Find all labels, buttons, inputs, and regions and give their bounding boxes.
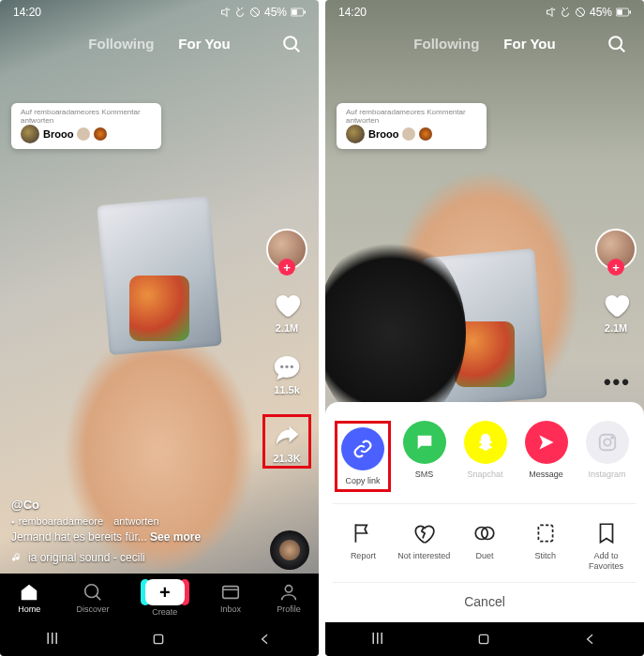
link-icon <box>341 427 384 470</box>
cancel-button[interactable]: Cancel <box>333 582 637 622</box>
share-snapchat[interactable]: Snapchat <box>457 421 513 492</box>
reply-comment-card[interactable]: Auf remboaradameores Kommentar antworten… <box>11 103 161 149</box>
svg-rect-11 <box>154 634 162 643</box>
broken-heart-icon <box>412 521 436 545</box>
stitch-icon <box>533 521 558 545</box>
caption-area: @Co remboaradameore antworten Jemand hat… <box>11 497 201 566</box>
comment-icon <box>272 352 302 382</box>
like-button[interactable]: 2.1M <box>600 289 632 334</box>
battery-percent: 45% <box>590 6 612 19</box>
android-back-icon[interactable] <box>583 632 598 647</box>
phone-right: 14:20 45% Following For You Auf remboara… <box>325 0 644 656</box>
tab-following[interactable]: Following <box>413 36 479 52</box>
mute-icon <box>545 7 556 18</box>
svg-rect-3 <box>304 10 306 13</box>
share-actions-row: Report Not interested Duet Stitch Add to… <box>333 503 637 582</box>
android-home-icon[interactable] <box>151 632 166 647</box>
mute-icon <box>219 7 231 18</box>
svg-rect-15 <box>629 10 631 13</box>
tab-foryou[interactable]: For You <box>178 36 230 52</box>
creator-avatar[interactable]: + <box>266 229 307 270</box>
nav-profile[interactable]: Profile <box>277 582 301 614</box>
search-button[interactable] <box>607 34 627 58</box>
action-not-interested[interactable]: Not interested <box>397 521 451 571</box>
see-more[interactable]: See more <box>150 530 201 544</box>
comment-count: 11.5k <box>274 384 300 395</box>
share-button-highlighted[interactable]: 21.3K <box>262 414 311 469</box>
engagement-rail: + 2.1M <box>595 229 637 334</box>
search-icon <box>281 34 302 54</box>
share-sms-label: SMS <box>415 470 434 479</box>
music-note-icon <box>11 552 22 563</box>
emoji-icon <box>419 127 432 141</box>
instagram-icon <box>586 421 629 464</box>
like-count: 2.1M <box>605 322 627 334</box>
discover-icon <box>82 582 103 603</box>
feed-tabs: Following For You <box>0 36 319 52</box>
snapchat-icon <box>464 421 507 464</box>
share-sheet: Copy link SMS Snapchat Message <box>325 402 644 622</box>
engagement-rail: + 2.1M 11.5k 21.3K <box>262 229 311 469</box>
recent-apps-icon[interactable]: III <box>46 631 58 648</box>
nav-home[interactable]: Home <box>18 582 40 614</box>
nav-discover[interactable]: Discover <box>76 582 109 614</box>
svg-point-6 <box>285 365 288 368</box>
android-nav: III <box>0 622 319 656</box>
search-icon <box>607 34 627 54</box>
bookmark-icon <box>594 521 619 545</box>
sound-line[interactable]: ia original sound - cecili <box>11 550 201 566</box>
follow-plus-icon[interactable]: + <box>607 259 624 276</box>
caption-text: Jemand hat es bereits für... <box>11 530 147 544</box>
action-duet[interactable]: Duet <box>457 521 512 571</box>
reply-header: Auf remboaradameores Kommentar antworten <box>346 108 477 125</box>
reply-comment-card[interactable]: Auf remboaradameores Kommentar antworten… <box>337 103 487 149</box>
share-copy-link-label: Copy link <box>345 476 380 485</box>
reply-line: remboaradameore antworten <box>11 514 201 529</box>
profile-icon <box>278 582 299 603</box>
action-favorite[interactable]: Add to Favorites <box>579 521 634 571</box>
action-report[interactable]: Report <box>336 521 390 571</box>
svg-rect-9 <box>223 587 239 599</box>
alarm-off-icon <box>234 7 246 18</box>
like-button[interactable]: 2.1M <box>271 289 303 334</box>
home-icon <box>19 582 39 603</box>
svg-point-8 <box>85 585 98 598</box>
battery-percent: 45% <box>264 6 287 19</box>
share-instagram[interactable]: Instagram <box>579 421 635 492</box>
nav-create[interactable]: + Create <box>145 579 185 617</box>
share-copy-link-highlighted[interactable]: Copy link <box>335 421 391 492</box>
username[interactable]: @Co <box>11 497 201 514</box>
nav-inbox[interactable]: Inbox <box>220 582 241 614</box>
svg-point-19 <box>611 437 613 439</box>
action-stitch[interactable]: Stitch <box>518 521 573 571</box>
share-count: 21.3K <box>273 453 300 464</box>
svg-point-7 <box>291 365 293 368</box>
share-message-label: Message <box>529 470 563 479</box>
share-icon <box>271 423 303 451</box>
follow-plus-icon[interactable]: + <box>278 259 295 276</box>
emoji-icon <box>402 127 415 141</box>
svg-point-18 <box>604 439 610 445</box>
status-icons: 45% <box>545 6 631 19</box>
svg-point-10 <box>285 586 292 592</box>
search-button[interactable] <box>281 34 302 58</box>
android-home-icon[interactable] <box>476 632 491 647</box>
more-icon[interactable]: ••• <box>604 370 631 395</box>
android-back-icon[interactable] <box>258 632 273 647</box>
like-count: 2.1M <box>276 322 298 334</box>
block-icon <box>249 7 261 18</box>
status-bar: 14:20 45% <box>0 0 319 24</box>
comment-button[interactable]: 11.5k <box>272 352 302 395</box>
share-message[interactable]: Message <box>518 421 574 492</box>
recent-apps-icon[interactable]: III <box>371 631 383 648</box>
sound-disc[interactable] <box>270 530 309 570</box>
flag-icon <box>351 521 375 545</box>
tab-foryou[interactable]: For You <box>503 36 555 52</box>
creator-avatar[interactable]: + <box>595 229 637 270</box>
tab-following[interactable]: Following <box>88 36 154 52</box>
share-sms[interactable]: SMS <box>397 421 452 492</box>
duet-icon <box>472 521 497 545</box>
status-icons: 45% <box>219 6 306 19</box>
block-icon <box>575 7 586 18</box>
svg-rect-23 <box>479 634 487 643</box>
